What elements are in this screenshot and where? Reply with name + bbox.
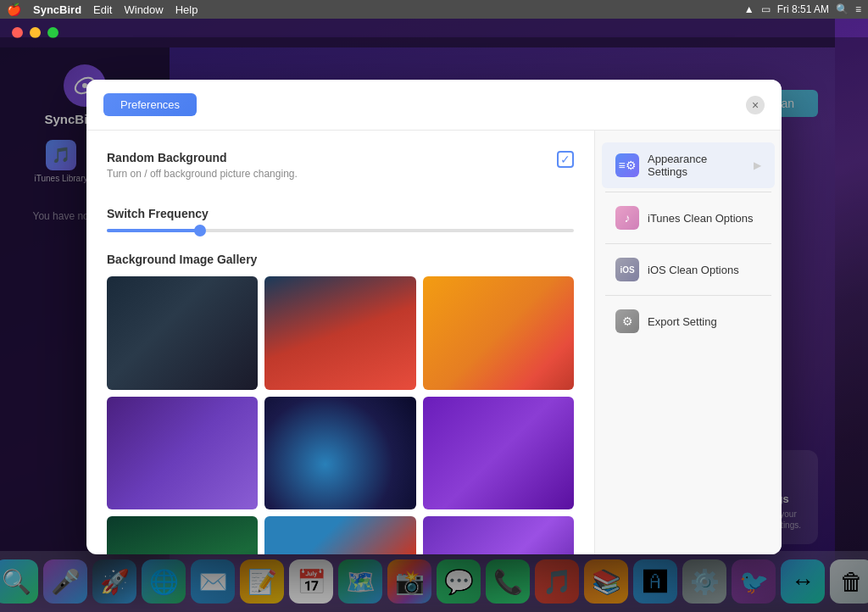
menubar-window[interactable]: Window <box>124 3 163 16</box>
gallery-item-2[interactable] <box>264 276 415 390</box>
nav-item-ios[interactable]: iOS iOS Clean Options <box>602 248 775 292</box>
gallery-item-8[interactable] <box>264 516 415 554</box>
display-icon[interactable]: ▭ <box>761 3 771 15</box>
settings-content: Random Background Turn on / off backgrou… <box>86 131 595 554</box>
app-background: SyncBird Pro 🎵 iTunes Library 📱 Device Y… <box>0 19 868 612</box>
gallery-item-4[interactable] <box>107 397 258 510</box>
random-bg-section: Random Background Turn on / off backgrou… <box>107 151 574 186</box>
gallery-section: Background Image Gallery <box>107 253 574 554</box>
ios-clean-label: iOS Clean Options <box>648 264 739 276</box>
nav-divider-2 <box>605 243 771 244</box>
menubar-edit[interactable]: Edit <box>93 3 112 16</box>
gallery-grid <box>107 276 574 554</box>
gallery-item-3[interactable] <box>423 276 574 390</box>
gallery-title: Background Image Gallery <box>107 253 574 266</box>
nav-item-export[interactable]: ⚙ Export Setting <box>602 299 775 343</box>
apple-menu[interactable]: 🍎 <box>7 3 21 16</box>
modal-overlay: Preferences × Random Background Turn on … <box>0 37 868 612</box>
nav-divider-1 <box>605 192 771 192</box>
gallery-item-5[interactable] <box>264 397 415 510</box>
menubar: 🍎 SyncBird Edit Window Help ▲ ▭ Fri 8:51… <box>0 0 868 19</box>
gallery-item-1[interactable] <box>107 276 258 390</box>
modal-body: Random Background Turn on / off backgrou… <box>86 131 782 554</box>
list-icon[interactable]: ≡ <box>855 3 861 15</box>
ios-clean-icon: iOS <box>615 258 639 281</box>
preferences-modal: Preferences × Random Background Turn on … <box>86 80 782 554</box>
clock: Fri 8:51 AM <box>777 3 829 15</box>
slider-track <box>107 229 574 232</box>
gallery-item-9[interactable] <box>423 516 574 554</box>
gallery-item-7[interactable] <box>107 516 258 554</box>
slider-fill <box>107 229 200 232</box>
nav-divider-3 <box>605 295 771 296</box>
random-bg-checkbox[interactable]: ✓ <box>557 151 574 168</box>
menubar-left: 🍎 SyncBird Edit Window Help <box>7 3 198 16</box>
settings-nav: ≡⚙ Appearance Settings ▶ ♪ iTunes Clean … <box>595 131 782 554</box>
menubar-app-name[interactable]: SyncBird <box>33 3 81 16</box>
search-icon[interactable]: 🔍 <box>836 3 849 15</box>
nav-item-itunes[interactable]: ♪ iTunes Clean Options <box>602 196 775 240</box>
slider-thumb[interactable] <box>194 225 206 236</box>
preferences-button[interactable]: Preferences <box>103 93 197 116</box>
random-bg-row: Random Background Turn on / off backgrou… <box>107 151 574 186</box>
menubar-right: ▲ ▭ Fri 8:51 AM 🔍 ≡ <box>744 3 861 15</box>
itunes-clean-icon: ♪ <box>615 206 639 230</box>
export-label: Export Setting <box>648 315 717 328</box>
switch-freq-section: Switch Frequency <box>107 207 574 232</box>
switch-freq-slider-container <box>107 229 574 232</box>
modal-close-button[interactable]: × <box>746 96 765 114</box>
appearance-label: Appearance Settings <box>648 153 745 178</box>
random-bg-title: Random Background <box>107 151 298 164</box>
menubar-help[interactable]: Help <box>175 3 198 16</box>
wifi-icon[interactable]: ▲ <box>744 3 754 15</box>
appearance-icon: ≡⚙ <box>615 153 639 177</box>
nav-item-appearance[interactable]: ≡⚙ Appearance Settings ▶ <box>602 142 775 188</box>
appearance-arrow: ▶ <box>754 159 761 171</box>
random-bg-text: Random Background Turn on / off backgrou… <box>107 151 298 186</box>
random-bg-desc: Turn on / off background picture changin… <box>107 168 298 180</box>
itunes-clean-label: iTunes Clean Options <box>648 212 754 225</box>
modal-header: Preferences × <box>86 80 782 131</box>
gallery-item-6[interactable] <box>423 397 574 510</box>
switch-freq-label: Switch Frequency <box>107 207 574 220</box>
export-icon: ⚙ <box>615 309 639 333</box>
